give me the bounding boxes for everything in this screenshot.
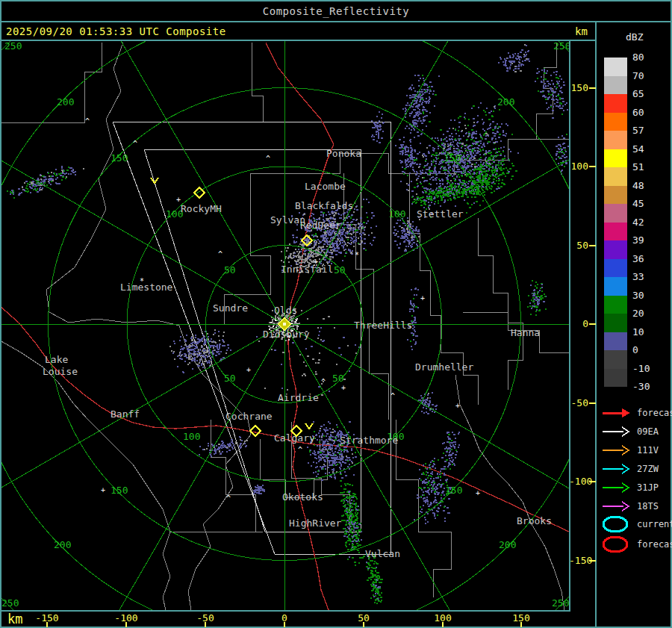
city-label: Olds [274, 305, 297, 316]
colorbar-swatch [604, 167, 627, 186]
bottom-axis-unit-label: km [7, 612, 22, 627]
ring-distance-label: 100 [183, 431, 200, 442]
town-marker: + [476, 489, 480, 497]
boundary-line [252, 43, 263, 122]
window-title: Composite_Reflectivity [0, 5, 672, 17]
bottom-axis-tick-mark [442, 622, 444, 627]
ring-distance-label: 250 [4, 41, 22, 52]
town-marker: * [355, 251, 359, 259]
legend-item: 31JP [600, 479, 659, 497]
city-label: Strathmore [340, 435, 398, 446]
bottom-axis-tick-mark [125, 622, 127, 627]
legend-item: forecast [600, 404, 672, 422]
legend-arrow-icon [600, 441, 632, 459]
town-marker: + [314, 258, 318, 266]
radar-map-canvas[interactable]: 2502001501005050100150200250501001502002… [1, 41, 569, 610]
city-label: Louise [43, 366, 78, 377]
city-label: Brooks [517, 515, 552, 526]
legend-item-label: current [637, 519, 672, 529]
ring-distance-label: 200 [499, 539, 516, 550]
boundary-line [211, 420, 255, 532]
colorbar-title: dBZ [626, 31, 643, 43]
bottom-axis-tick-mark [520, 622, 522, 627]
colorbar-swatch [604, 369, 627, 388]
right-axis-tick-label: -50 [569, 397, 588, 408]
colorbar-value-label: 30 [632, 290, 665, 301]
colorbar-value-label: 70 [632, 70, 665, 81]
legend-item: 18TS [600, 497, 659, 515]
legend-arrow-icon [600, 497, 632, 515]
town-marker: + [341, 384, 346, 392]
city-label: Okotoks [282, 491, 323, 503]
legend-item-label: 09EA [637, 426, 659, 437]
radar-center-dot [283, 323, 286, 326]
legend-arrow-icon [600, 404, 632, 422]
ring-distance-label: 150 [111, 485, 128, 496]
ring-distance-label: 150 [111, 152, 128, 164]
colorbar-swatch [604, 131, 627, 149]
ring-distance-label: 50 [334, 264, 346, 276]
colorbar-swatch [604, 94, 627, 113]
colorbar-value-label: 45 [632, 198, 665, 209]
city-label: Lacombe [305, 181, 346, 192]
city-label: RedDeer [300, 220, 341, 231]
ring-distance-label: 200 [54, 539, 71, 550]
boundary-line [455, 375, 564, 610]
legend-ellipse-icon [600, 515, 632, 533]
ring-distance-label: 50 [224, 373, 236, 384]
town-marker: ^ [226, 494, 231, 503]
colorbar-value-label: 42 [632, 217, 665, 228]
city-label: Innisfail [281, 264, 333, 275]
town-marker: + [420, 294, 425, 302]
right-axis-tick-mark [589, 560, 596, 562]
colorbar-value-label: 51 [632, 161, 665, 172]
colorbar-swatch [604, 113, 627, 131]
ring-distance-label: 50 [332, 373, 344, 384]
legend-item-label: 27ZW [637, 464, 659, 474]
town-marker: ^ [133, 140, 137, 148]
city-label: Didsbury [263, 329, 310, 340]
radar-app-window: Composite_Reflectivity 2025/09/20 01:53:… [0, 0, 672, 628]
right-axis-tick-mark [589, 245, 596, 246]
town-marker: + [176, 196, 181, 204]
colorbar-swatch [604, 296, 627, 314]
town-marker: + [246, 366, 251, 374]
ring-distance-label: 50 [224, 264, 236, 276]
colorbar-value-label: 48 [632, 180, 665, 191]
colorbar-value-label: 10 [632, 326, 665, 338]
ring-distance-label: 250 [552, 597, 569, 609]
boundary-line [46, 43, 251, 610]
legend-item: current [600, 515, 672, 533]
city-label: Cochrane [225, 411, 273, 422]
boundary-line [1, 43, 102, 122]
city-label: Banff [111, 408, 140, 420]
city-label: ThreeHills [354, 320, 412, 331]
city-label: Stettler [417, 208, 464, 220]
ring-distance-label: 250 [553, 41, 569, 52]
boundary-line [224, 173, 270, 324]
legend-ellipse-icon [600, 535, 632, 553]
colorbar-swatch [604, 76, 627, 95]
colorbar-swatch [604, 277, 627, 296]
legend-item-label: 31JP [637, 482, 659, 493]
colorbar-swatch [604, 223, 627, 241]
right-axis-tick-label: 100 [569, 161, 588, 172]
right-axis-unit-label: km [575, 25, 588, 37]
ring-distance-label: 200 [497, 96, 514, 108]
colorbar-value-label: 20 [632, 308, 665, 319]
right-axis-tick-mark [589, 402, 596, 404]
boundary-line [1, 341, 170, 610]
legend-item-label: 111V [637, 445, 659, 456]
city-label: Sundre [213, 302, 248, 314]
colorbar-swatch [604, 240, 627, 259]
ring-distance-label: 250 [1, 597, 19, 609]
titlebar-divider [0, 21, 672, 22]
town-marker: + [101, 486, 105, 494]
right-axis-tick-mark [589, 166, 596, 167]
city-label: Blackfalds [295, 200, 353, 211]
town-marker: + [455, 402, 460, 410]
city-label: Hanna [511, 327, 540, 338]
right-axis-tick-label: 150 [569, 82, 588, 93]
timestamp-label: 2025/09/20 01:53:33 UTC Composite [6, 25, 226, 37]
colorbar-swatch [604, 259, 627, 278]
